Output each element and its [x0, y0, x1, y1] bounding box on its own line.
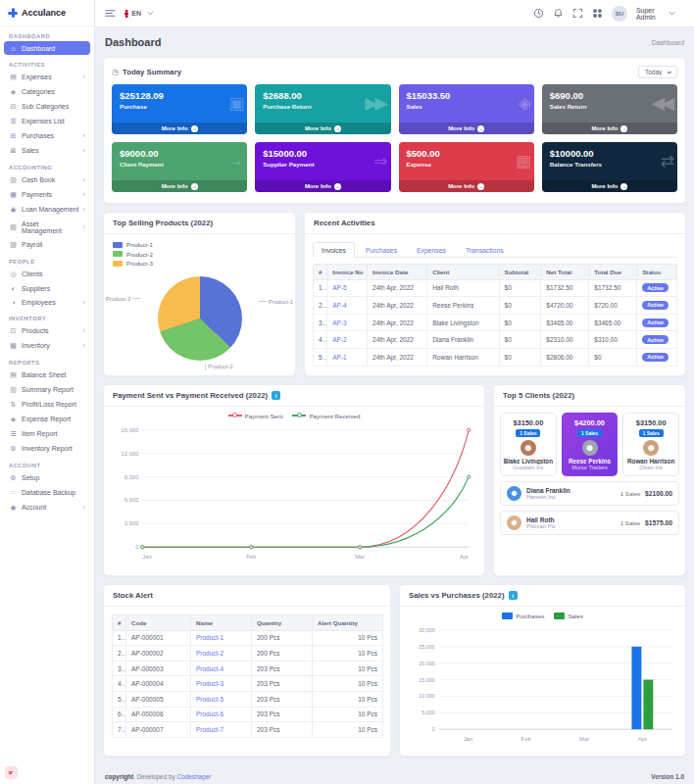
invoice-link[interactable]: AP-3	[332, 319, 346, 326]
more-info-link[interactable]: More Info →	[399, 122, 534, 134]
invoices-table: #Invoice NoInvoice DateClientSubtotalNet…	[313, 264, 677, 367]
client-avatar: ☻	[520, 440, 536, 456]
stat-amount: $15000.00	[263, 148, 382, 159]
legend-item[interactable]: Purchases	[502, 612, 544, 619]
product-link[interactable]: Product-7	[196, 726, 223, 733]
sidebar-item[interactable]: ☰ Expenses List	[0, 114, 94, 128]
period-select[interactable]: Today	[638, 66, 677, 78]
sidebar-item-icon: ◈	[9, 88, 18, 96]
sidebar-item[interactable]: ▧ Asset Management ‹	[0, 217, 94, 237]
sidebar-item[interactable]: ▥ Cash Book ‹	[0, 172, 94, 187]
legend-item[interactable]: Product-3	[113, 260, 286, 267]
product-code: AP-000002	[126, 646, 191, 662]
row-index: 3	[314, 314, 327, 331]
recent-tab[interactable]: Transactions	[457, 242, 513, 258]
recent-tab[interactable]: Invoices	[313, 242, 355, 258]
recent-tab[interactable]: Expenses	[408, 242, 455, 258]
sidebar-item-icon: ▥	[9, 386, 18, 394]
sidebar-item-icon: ⊠	[9, 147, 18, 155]
legend-item[interactable]: Payment Received	[292, 413, 360, 419]
sidebar-item[interactable]: ▦ Payments ‹	[0, 187, 94, 202]
sidebar-item-icon: ◈	[9, 416, 18, 423]
sidebar-item[interactable]: ◉ Loan Management ‹	[0, 202, 94, 217]
sidebar-item[interactable]: ⊠ Sales ‹	[0, 143, 94, 158]
stat-label: Client Payment	[120, 161, 239, 168]
stat-card-icon: →	[227, 151, 241, 171]
app-logo[interactable]: Acculance	[0, 0, 94, 26]
product-link[interactable]: Product-5	[196, 696, 223, 703]
more-info-link[interactable]: More Info →	[542, 180, 677, 192]
sidebar-item[interactable]: ◐ Suppliers	[0, 281, 94, 295]
legend-item[interactable]: Product-2	[113, 251, 286, 258]
recent-tab[interactable]: Purchases	[357, 242, 406, 258]
sidebar-item[interactable]: ☰ Item Report	[0, 426, 94, 441]
sidebar-item-icon: ◉	[9, 206, 18, 214]
product-link[interactable]: Product-6	[196, 710, 223, 717]
sidebar-item-label: Loan Management	[22, 206, 78, 213]
fullscreen-button[interactable]	[572, 8, 583, 19]
more-info-link[interactable]: More Info →	[399, 180, 534, 192]
language-switcher[interactable]: EN	[124, 10, 157, 18]
sidebar-item[interactable]: ◎ Clients	[0, 267, 94, 281]
sidebar-item[interactable]: ⊡ Products ‹	[0, 323, 94, 338]
sidebar-toggle-button[interactable]	[105, 8, 116, 19]
chevron-icon: ‹	[83, 223, 85, 230]
client-name: Blake Livingston	[503, 458, 554, 465]
nav-section-label: ACTIVITIES	[9, 62, 85, 68]
sidebar-item[interactable]: ◈ Categories	[0, 84, 94, 99]
sidebar-item[interactable]: ▤ Balance Sheet	[0, 368, 94, 382]
product-link[interactable]: Product-4	[196, 665, 223, 672]
more-info-link[interactable]: More Info →	[255, 122, 390, 134]
sidebar-item[interactable]: ⇅ Profit/Loss Report	[0, 397, 94, 412]
apps-grid-button[interactable]	[592, 8, 603, 19]
developer-link[interactable]: Codeshaper	[177, 773, 212, 780]
pie-chart	[158, 276, 242, 361]
sidebar-item[interactable]: ⊞ Purchases ‹	[0, 128, 94, 143]
sidebar-item[interactable]: ⚙ Setup	[0, 470, 94, 485]
user-menu[interactable]: Super Admin	[636, 7, 684, 21]
sidebar-item[interactable]: ▥ Summary Report	[0, 382, 94, 397]
more-info-link[interactable]: More Info →	[255, 180, 390, 192]
column-header: Subtotal	[499, 265, 541, 280]
sidebar-item[interactable]: ▤ Expenses ‹	[0, 70, 94, 84]
sidebar-item-icon: ◎	[9, 270, 18, 278]
invoice-link[interactable]: AP-4	[332, 302, 346, 309]
product-link[interactable]: Product-1	[196, 634, 223, 641]
notifications-bell-button[interactable]	[553, 8, 564, 19]
sidebar-item-dashboard[interactable]: ⌂ Dashboard	[4, 41, 90, 55]
more-info-link[interactable]: More Info →	[542, 122, 677, 134]
debugbar-badge[interactable]: ☛	[5, 766, 18, 779]
sidebar-item[interactable]: ∷ Database Backup	[0, 485, 94, 500]
user-name: Super Admin	[636, 7, 657, 21]
stat-card-icon: ▣	[228, 93, 241, 114]
product-link[interactable]: Product-2	[196, 650, 223, 657]
sidebar-item[interactable]: ◈ Expense Report	[0, 412, 94, 426]
legend-item[interactable]: Product-1	[113, 241, 286, 248]
breadcrumb[interactable]: Dashboard	[652, 39, 684, 46]
sidebar-item[interactable]: ▩ Inventory ‹	[0, 338, 94, 353]
svg-text:3,000: 3,000	[124, 520, 139, 526]
info-icon[interactable]: i	[272, 391, 280, 400]
sidebar-item[interactable]: ◑ Employees ‹	[0, 295, 94, 309]
invoice-link[interactable]: AP-1	[332, 354, 346, 361]
invoice-link[interactable]: AP-2	[332, 336, 346, 343]
legend-item[interactable]: Payment Sent	[228, 413, 283, 419]
alert-quantity: 10 Pcs	[313, 676, 383, 692]
svg-text:Mar: Mar	[355, 554, 365, 560]
nav-section-label: DASHBOARD	[9, 33, 85, 39]
stock-row: 7 AP-000007 Product-7 203 Pcs 10 Pcs	[113, 722, 383, 738]
user-avatar[interactable]: SU	[612, 6, 627, 22]
sidebar-item-icon: ⚙	[9, 474, 18, 482]
sidebar-item[interactable]: ▨ Payroll	[0, 237, 94, 252]
product-link[interactable]: Product-3	[196, 680, 223, 687]
more-info-link[interactable]: More Info →	[112, 180, 247, 192]
stock-row: 2 AP-000002 Product-2 200 Pcs 10 Pcs	[113, 646, 383, 662]
history-button[interactable]	[533, 8, 544, 19]
more-info-link[interactable]: More Info →	[112, 122, 247, 134]
invoice-link[interactable]: AP-5	[332, 284, 346, 291]
legend-item[interactable]: Sales	[554, 612, 582, 619]
sidebar-item[interactable]: ⚙ Inventory Report	[0, 441, 94, 456]
info-icon[interactable]: i	[509, 591, 518, 600]
sidebar-item[interactable]: ⊟ Sub Categories	[0, 99, 94, 114]
sidebar-item[interactable]: ◉ Account ‹	[0, 500, 94, 514]
